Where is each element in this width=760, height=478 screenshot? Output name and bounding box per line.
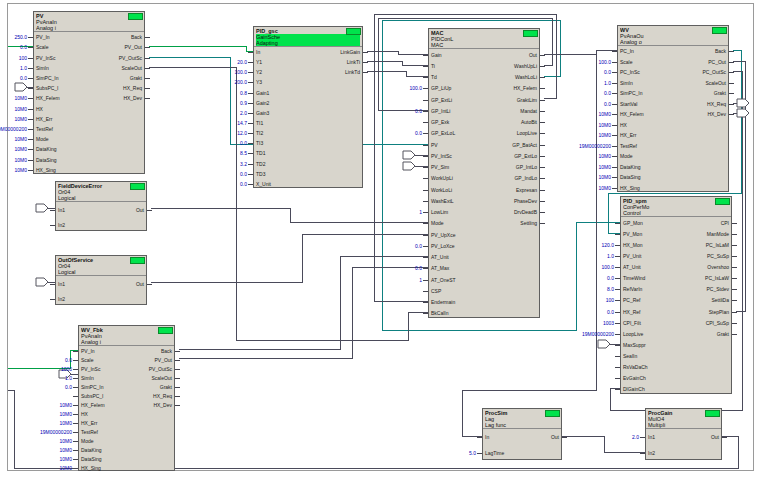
output-pin[interactable] xyxy=(562,437,567,438)
input-pin[interactable] xyxy=(640,453,645,454)
input-pin[interactable] xyxy=(423,111,428,112)
output-pin[interactable] xyxy=(540,88,545,89)
pin-value[interactable]: 0.0 xyxy=(604,101,611,106)
pin-value[interactable]: 0.0 xyxy=(607,276,614,281)
input-pin[interactable] xyxy=(50,299,55,300)
input-pin[interactable] xyxy=(615,234,620,235)
input-pin[interactable] xyxy=(248,103,253,104)
input-pin[interactable] xyxy=(615,245,620,246)
pin-value[interactable]: 100 xyxy=(606,298,614,303)
pin-value[interactable]: 10M0 xyxy=(598,122,611,127)
input-pin[interactable] xyxy=(423,133,428,134)
pin-value[interactable]: 10M0 xyxy=(14,116,27,121)
output-pin[interactable] xyxy=(732,267,737,268)
input-pin[interactable] xyxy=(248,153,253,154)
output-pin[interactable] xyxy=(729,104,734,105)
input-pin[interactable] xyxy=(612,125,617,126)
output-pin[interactable] xyxy=(175,405,180,406)
input-pin[interactable] xyxy=(73,432,78,433)
pin-value[interactable]: 1 xyxy=(419,277,422,282)
pin-value[interactable]: 0.0 xyxy=(415,243,422,248)
input-pin[interactable] xyxy=(73,369,78,370)
pin-value[interactable]: 19M00000200 xyxy=(582,331,614,336)
output-pin[interactable] xyxy=(732,256,737,257)
output-pin[interactable] xyxy=(732,223,737,224)
output-pin[interactable] xyxy=(175,360,180,361)
pin-value[interactable]: 0.0 xyxy=(65,357,72,362)
input-pin[interactable] xyxy=(73,405,78,406)
output-pin[interactable] xyxy=(540,77,545,78)
output-pin[interactable] xyxy=(175,387,180,388)
pin-value[interactable]: 19M00000200 xyxy=(579,143,611,148)
block-wv[interactable]: WVPvAnaOuAnalog oPC_InBackScale100.0PC_O… xyxy=(617,25,729,192)
output-pin[interactable] xyxy=(363,52,368,53)
input-pin[interactable] xyxy=(612,104,617,105)
input-pin[interactable] xyxy=(248,143,253,144)
block-sim[interactable]: ProcSimLagLag funcInOutLagTime5.0 xyxy=(482,408,562,460)
input-pin[interactable] xyxy=(615,367,620,368)
pin-value[interactable]: 19M00000200 xyxy=(40,429,72,434)
input-pin[interactable] xyxy=(423,302,428,303)
pin-value[interactable]: 100 xyxy=(19,55,27,60)
output-pin[interactable] xyxy=(540,178,545,179)
output-pin[interactable] xyxy=(540,66,545,67)
output-pin[interactable] xyxy=(729,62,734,63)
pin-value[interactable]: 10M0 xyxy=(59,465,72,470)
output-pin[interactable] xyxy=(540,122,545,123)
input-pin[interactable] xyxy=(28,170,33,171)
input-pin[interactable] xyxy=(73,387,78,388)
pin-value[interactable]: 0.0 xyxy=(415,131,422,136)
connection-ref-marker[interactable] xyxy=(36,204,48,212)
input-pin[interactable] xyxy=(28,68,33,69)
pin-value[interactable]: 10M0 xyxy=(598,133,611,138)
fbd-canvas[interactable]: PVPvAnaInAnalog iPV_In250.0BackScale0.0P… xyxy=(0,0,760,478)
output-pin[interactable] xyxy=(732,278,737,279)
output-pin[interactable] xyxy=(145,47,150,48)
input-pin[interactable] xyxy=(615,312,620,313)
block-gain[interactable]: ProcGainMulO4MultipliIn12.0OutIn2 xyxy=(645,408,722,460)
input-pin[interactable] xyxy=(73,414,78,415)
block-wvf[interactable]: WV_FbkPvAnaInAnalog iPV_InBackScale0.0PV… xyxy=(78,325,175,471)
output-pin[interactable] xyxy=(732,300,737,301)
pin-value[interactable]: 10M0 xyxy=(598,185,611,190)
pin-value[interactable]: 0.0 xyxy=(240,141,247,146)
input-pin[interactable] xyxy=(73,351,78,352)
pin-value[interactable]: 19M00000200 xyxy=(0,127,27,132)
input-pin[interactable] xyxy=(73,423,78,424)
input-pin[interactable] xyxy=(248,72,253,73)
input-pin[interactable] xyxy=(615,256,620,257)
pin-value[interactable]: 1 xyxy=(419,210,422,215)
pin-value[interactable]: 10M0 xyxy=(59,438,72,443)
output-pin[interactable] xyxy=(540,55,545,56)
input-pin[interactable] xyxy=(615,378,620,379)
connection-ref-marker[interactable] xyxy=(36,278,48,286)
input-pin[interactable] xyxy=(477,453,482,454)
input-pin[interactable] xyxy=(423,66,428,67)
output-pin[interactable] xyxy=(732,312,737,313)
pin-value[interactable]: 1000 xyxy=(61,366,72,371)
input-pin[interactable] xyxy=(423,291,428,292)
output-pin[interactable] xyxy=(729,114,734,115)
input-pin[interactable] xyxy=(50,210,55,211)
input-pin[interactable] xyxy=(423,156,428,157)
input-pin[interactable] xyxy=(50,225,55,226)
input-pin[interactable] xyxy=(640,437,645,438)
input-pin[interactable] xyxy=(423,178,428,179)
connection-ref-marker[interactable] xyxy=(403,162,415,170)
output-pin[interactable] xyxy=(540,201,545,202)
output-pin[interactable] xyxy=(540,190,545,191)
input-pin[interactable] xyxy=(28,37,33,38)
input-pin[interactable] xyxy=(615,334,620,335)
input-pin[interactable] xyxy=(50,284,55,285)
block-mac[interactable]: MACPIDConLMACGainOutTiWashUpLiTdWashLoLi… xyxy=(428,28,540,318)
wire[interactable] xyxy=(367,61,428,65)
input-pin[interactable] xyxy=(612,93,617,94)
pin-value[interactable]: 14.7 xyxy=(237,121,247,126)
input-pin[interactable] xyxy=(477,437,482,438)
pin-value[interactable]: 2.0 xyxy=(240,110,247,115)
input-pin[interactable] xyxy=(248,184,253,185)
output-pin[interactable] xyxy=(145,37,150,38)
pin-value[interactable]: 8.0 xyxy=(607,287,614,292)
pin-value[interactable]: 0.0 xyxy=(607,309,614,314)
output-pin[interactable] xyxy=(540,111,545,112)
